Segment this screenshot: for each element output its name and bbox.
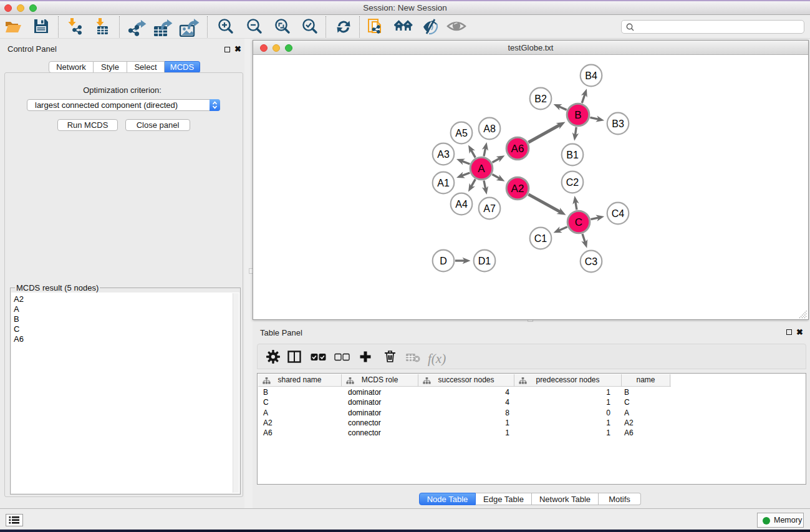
svg-text:D1: D1 [478, 256, 491, 266]
svg-text:D: D [440, 256, 447, 266]
svg-text:A3: A3 [437, 149, 450, 160]
svg-text:C1: C1 [534, 233, 547, 244]
svg-text:B3: B3 [612, 118, 624, 129]
svg-text:C3: C3 [585, 256, 598, 267]
svg-text:B2: B2 [534, 94, 547, 104]
svg-text:A4: A4 [455, 199, 468, 210]
svg-text:B1: B1 [566, 150, 579, 160]
svg-text:C: C [575, 216, 582, 228]
svg-text:A2: A2 [511, 183, 524, 195]
svg-text:B: B [574, 109, 581, 121]
svg-text:A6: A6 [511, 143, 524, 155]
svg-text:A7: A7 [483, 203, 496, 214]
svg-text:C4: C4 [612, 208, 625, 219]
svg-text:A8: A8 [483, 123, 496, 134]
svg-text:A5: A5 [455, 128, 468, 138]
svg-text:A: A [478, 163, 485, 175]
svg-text:C2: C2 [566, 177, 579, 188]
svg-text:A1: A1 [437, 178, 450, 188]
svg-text:B4: B4 [585, 70, 597, 81]
